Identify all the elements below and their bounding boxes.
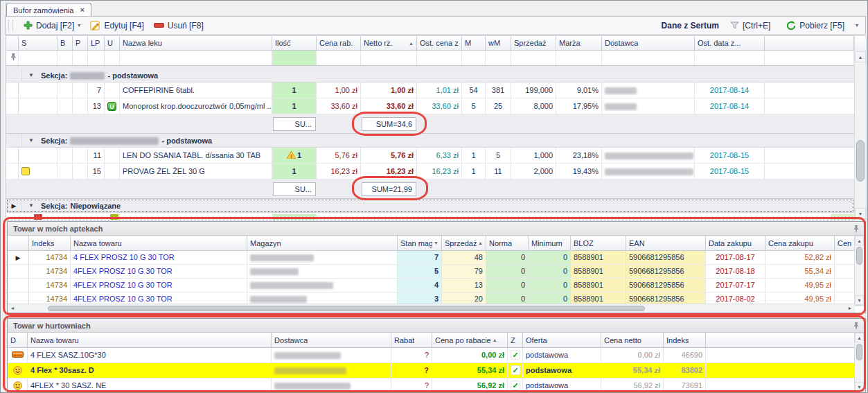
col-header-m[interactable]: M — [462, 36, 486, 50]
panel-row[interactable]: 147344FLEX PROSZ 10 G 30 TOR579008588901… — [8, 265, 865, 279]
col-header-b[interactable]: B — [57, 36, 73, 50]
col-header-marza[interactable]: Marża — [556, 36, 602, 50]
col-header-sprzedaz[interactable]: Sprzedaż▲ — [442, 236, 486, 250]
filter-cell-ost_cena[interactable] — [417, 51, 462, 65]
main-grid-vscrollbar[interactable]: ▲ ▼ — [854, 35, 867, 220]
chevron-down-icon[interactable]: ▾ — [78, 22, 80, 28]
scrollbar-thumb[interactable] — [856, 247, 862, 265]
col-header-indeks[interactable]: Indeks — [664, 333, 706, 347]
col-header-stan[interactable]: Stan mag.▼ — [398, 236, 442, 250]
filter-cell-sprzedaz[interactable] — [511, 51, 556, 65]
scroll-down-button[interactable]: ▼ — [855, 208, 866, 219]
tab-bufor-zamowienia[interactable]: Bufor zamówienia × — [6, 3, 91, 17]
pin-icon[interactable] — [853, 322, 860, 329]
delete-button[interactable]: Usuń [F8] — [149, 19, 209, 32]
col-header-minimum[interactable]: Minimum — [529, 236, 571, 250]
grid-row[interactable]: 15PROVAG ŻEL ŻEL 30 G116,23 zł16,23 zł16… — [6, 164, 854, 180]
download-button[interactable]: Pobierz [F5] — [781, 19, 849, 32]
filter-cell-nazwa[interactable] — [120, 51, 272, 65]
col-header-data_zakupu[interactable]: Data zakupu — [706, 236, 765, 250]
redacted-text — [274, 367, 346, 374]
col-header-dostawca[interactable]: Dostawca — [272, 333, 391, 347]
funnel-icon — [730, 21, 739, 30]
pharmacy-panel-vscrollbar[interactable]: ▲ ▼ — [854, 236, 865, 306]
filter-cell-ilosc[interactable] — [272, 51, 317, 65]
col-header-bloz[interactable]: BLOZ — [571, 236, 626, 250]
col-header-cena_netto[interactable]: Cena netto — [601, 333, 664, 347]
filter-cell-dostawca[interactable] — [602, 51, 695, 65]
cell-oferta: podstawowa — [523, 363, 601, 378]
chevron-down-icon[interactable]: ▾ — [856, 22, 858, 28]
scroll-down-button[interactable]: ▼ — [855, 382, 864, 392]
scroll-up-button[interactable]: ▲ — [855, 51, 866, 62]
filter-cell-cena_rab[interactable] — [317, 51, 361, 65]
scroll-right-icon[interactable]: ► — [845, 304, 855, 313]
col-header-s[interactable]: S — [19, 36, 57, 50]
panel-row[interactable]: 4FLEX * 30 SASZ. NE?56,92 zł✓podstawowa5… — [8, 378, 865, 393]
col-header-sprzedaz[interactable]: Sprzedaż — [511, 36, 556, 50]
filter-cell-wm[interactable] — [486, 51, 511, 65]
col-header-d[interactable]: D — [8, 333, 28, 347]
col-header-p[interactable]: P — [73, 36, 88, 50]
filter-cell-netto[interactable] — [361, 51, 417, 65]
filter-cell-ost_data[interactable] — [695, 51, 765, 65]
cell-cena_zakupu: 49,95 zł — [765, 279, 835, 292]
col-header-dostawca[interactable]: Dostawca — [602, 36, 695, 50]
col-header-rabat[interactable]: Rabat — [391, 333, 432, 347]
col-header-norma[interactable]: Norma — [486, 236, 529, 250]
panel-row[interactable]: 4 Flex * 30sasz. D?55,34 zł✓podstawowa55… — [8, 363, 865, 378]
section-row[interactable]: ▼Sekcja:- podstawowa — [6, 69, 854, 82]
panel-row[interactable]: ▶147344 FLEX PROSZ 10 G 30 TOR7480085889… — [8, 251, 865, 265]
grid-row[interactable]: 11LEN DO SSANIA TABL. d/ssania 30 TAB!15… — [6, 148, 854, 164]
scroll-up-button[interactable]: ▲ — [855, 236, 864, 245]
scrollbar-thumb[interactable] — [48, 306, 645, 311]
scroll-left-icon[interactable]: ◄ — [8, 304, 17, 313]
section-row[interactable]: ▼Sekcja:- podstawowa — [6, 134, 854, 148]
edit-button[interactable]: Edytuj [F4] — [85, 19, 148, 32]
col-header-oferta[interactable]: Oferta — [523, 333, 601, 347]
tab-close-icon[interactable]: × — [80, 6, 84, 14]
col-header-magazyn[interactable]: Magazyn — [247, 236, 398, 250]
filter-cell-u[interactable] — [105, 51, 120, 65]
scrollbar-thumb[interactable] — [856, 140, 865, 182]
filter-cell-s[interactable] — [19, 51, 57, 65]
pin-icon[interactable] — [853, 225, 860, 232]
col-header-nazwa[interactable]: Nazwa towaru — [71, 236, 247, 250]
filter-cell-lp[interactable] — [88, 51, 105, 65]
scroll-down-button[interactable]: ▼ — [855, 295, 864, 305]
filter-button[interactable]: [Ctrl+E] — [725, 19, 775, 32]
scroll-up-button[interactable]: ▲ — [855, 333, 864, 342]
filter-cell-marza[interactable] — [556, 51, 602, 65]
grid-row[interactable]: 13UMonoprost krop.dooczuroztwór 0,05mg/m… — [6, 98, 854, 114]
panel-row[interactable]: 4 FLEX SASZ.10G*30?0,00 zł✓podstawowa0,0… — [8, 348, 865, 363]
col-header-ean[interactable]: EAN — [626, 236, 706, 250]
col-header-ilosc[interactable]: Ilość — [272, 36, 317, 50]
col-header-cena_spr[interactable]: Cena spr — [835, 236, 855, 250]
col-header-u[interactable]: U — [105, 36, 120, 50]
col-header-ost_data[interactable]: Ost. data z... — [695, 36, 765, 50]
col-header-cena_rab[interactable]: Cena rab. — [317, 36, 361, 50]
toolbar-grip[interactable] — [8, 20, 13, 31]
col-header-lp[interactable]: LP — [88, 36, 105, 50]
cell-fill — [765, 98, 854, 114]
filter-cell-m[interactable] — [462, 51, 486, 65]
section-row[interactable]: ▶▼Sekcja:Niepowiązane — [6, 199, 854, 213]
wholesale-panel-vscrollbar[interactable]: ▲ ▼ — [854, 333, 865, 392]
panel-row[interactable]: 147344FLEX PROSZ 10 G 30 TOR413008588901… — [8, 279, 865, 292]
col-header-netto[interactable]: Netto rz.▲ — [361, 36, 417, 50]
col-header-nazwa[interactable]: Nazwa towaru — [28, 333, 272, 347]
add-button[interactable]: Dodaj [F2] ▾ — [19, 19, 85, 32]
grid-row[interactable]: 7COFFEPIRINE 6tabl.11,00 zł1,00 zł1,01 z… — [6, 82, 854, 98]
col-header-ost_cena[interactable]: Ost. cena zak. — [417, 36, 462, 50]
filter-cell-b[interactable] — [57, 51, 73, 65]
scrollbar-thumb[interactable] — [856, 344, 862, 360]
pharmacy-panel-hscrollbar[interactable]: ◄ ► — [8, 304, 855, 313]
col-header-nazwa[interactable]: Nazwa leku — [120, 36, 272, 50]
col-header-indeks[interactable]: Indeks — [29, 236, 71, 250]
col-header-z[interactable]: Z — [508, 333, 523, 347]
filter-cell-p[interactable] — [73, 51, 88, 65]
col-header-cena_po[interactable]: Cena po rabacie▲ — [432, 333, 508, 347]
col-header-wm[interactable]: wM — [486, 36, 511, 50]
check-icon: ✓ — [511, 365, 520, 375]
col-header-cena_zakupu[interactable]: Cena zakupu — [765, 236, 835, 250]
